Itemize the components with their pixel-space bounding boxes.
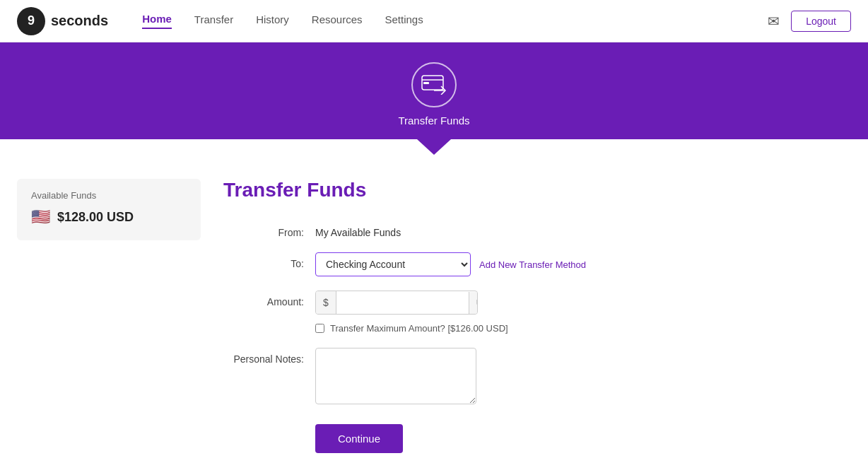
mail-icon[interactable]: ✉ (768, 13, 780, 30)
from-value: My Available Funds (315, 221, 845, 238)
max-amount-label[interactable]: Transfer Maximum Amount? [$126.00 USD] (330, 323, 508, 334)
amount-label: Amount: (223, 291, 315, 307)
hero-banner: Transfer Funds (0, 42, 868, 139)
dollar-sign: $ (316, 291, 336, 314)
amount-row: Amount: $ USD Transfer Maximum Amount? [… (223, 291, 845, 334)
nav-transfer[interactable]: Transfer (194, 13, 233, 28)
transfer-funds-icon (411, 62, 457, 107)
sidebar: Available Funds 🇺🇸 $128.00 USD (17, 179, 201, 453)
continue-button[interactable]: Continue (315, 424, 403, 453)
usd-label: USD (469, 292, 478, 314)
to-row: To: Checking Account Savings Account Oth… (223, 252, 845, 276)
add-transfer-method-link[interactable]: Add New Transfer Method (479, 259, 586, 270)
personal-notes-label: Personal Notes: (223, 348, 315, 365)
logo-area[interactable]: 9 seconds (17, 7, 108, 35)
max-amount-row: Transfer Maximum Amount? [$126.00 USD] (315, 323, 845, 334)
personal-notes-wrap (315, 348, 845, 404)
logo-text: seconds (51, 13, 108, 29)
to-account-select[interactable]: Checking Account Savings Account Other (315, 252, 471, 276)
from-value-wrap: My Available Funds (315, 221, 845, 238)
max-amount-checkbox[interactable] (315, 324, 324, 333)
logo-icon: 9 (17, 7, 45, 35)
header-right: ✉ Logout (768, 11, 851, 32)
nav-resources[interactable]: Resources (312, 13, 363, 28)
personal-notes-row: Personal Notes: (223, 348, 845, 404)
main-container: Available Funds 🇺🇸 $128.00 USD Transfer … (0, 151, 868, 463)
funds-row: 🇺🇸 $128.00 USD (31, 208, 187, 226)
header: 9 seconds Home Transfer History Resource… (0, 0, 868, 42)
from-row: From: My Available Funds (223, 221, 845, 238)
logout-button[interactable]: Logout (791, 11, 851, 32)
to-select-wrap: Checking Account Savings Account Other A… (315, 252, 845, 276)
to-control-wrap: Checking Account Savings Account Other A… (315, 252, 845, 276)
page-title: Transfer Funds (223, 179, 845, 201)
amount-control-wrap: $ USD Transfer Maximum Amount? [$126.00 … (315, 291, 845, 334)
from-label: From: (223, 221, 315, 238)
hero-title: Transfer Funds (398, 115, 469, 127)
main-nav: Home Transfer History Resources Settings (142, 13, 423, 29)
funds-amount: $128.00 USD (57, 210, 134, 225)
available-funds-label: Available Funds (31, 190, 187, 201)
amount-input-wrap: $ USD (315, 291, 478, 315)
nav-home[interactable]: Home (142, 13, 172, 29)
us-flag-icon: 🇺🇸 (31, 208, 50, 226)
available-funds-card: Available Funds 🇺🇸 $128.00 USD (17, 179, 201, 240)
personal-notes-textarea[interactable] (315, 348, 476, 404)
nav-history[interactable]: History (256, 13, 289, 28)
svg-rect-2 (423, 82, 429, 84)
amount-input[interactable] (336, 291, 469, 314)
to-label: To: (223, 252, 315, 269)
form-area: Transfer Funds From: My Available Funds … (223, 179, 845, 453)
nav-settings[interactable]: Settings (385, 13, 423, 28)
